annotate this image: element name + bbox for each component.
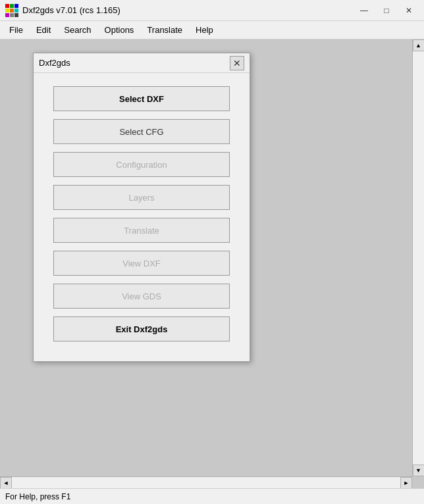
dialog-close-button[interactable]: ✕ — [230, 56, 244, 70]
select-cfg-button[interactable]: Select CFG — [53, 119, 230, 144]
maximize-button[interactable]: □ — [377, 4, 396, 17]
svg-rect-0 — [5, 4, 9, 8]
svg-rect-5 — [14, 9, 18, 13]
minimize-button[interactable]: — — [354, 4, 374, 17]
scroll-up-button[interactable]: ▲ — [413, 39, 425, 51]
menu-bar: File Edit Search Options Translate Help — [0, 21, 424, 39]
svg-rect-3 — [5, 9, 9, 13]
title-bar: Dxf2gds v7.01 (rcs 1.165) — □ ✕ — [0, 0, 424, 21]
horizontal-scrollbar[interactable]: ◄ ► — [0, 476, 412, 488]
menu-options[interactable]: Options — [98, 22, 141, 38]
svg-rect-1 — [10, 4, 14, 8]
dialog-title-bar: Dxf2gds ✕ — [34, 53, 250, 73]
dialog-title: Dxf2gds — [39, 58, 230, 68]
svg-rect-6 — [5, 13, 9, 17]
scroll-track-horizontal — [12, 477, 400, 488]
vertical-scrollbar[interactable]: ▲ ▼ — [412, 39, 424, 476]
menu-file[interactable]: File — [3, 22, 30, 38]
svg-rect-2 — [14, 4, 18, 8]
main-content: ▲ ▼ ◄ ► Dxf2gds ✕ Select DXF Select CFG … — [0, 39, 424, 488]
scroll-down-button[interactable]: ▼ — [413, 465, 425, 476]
exit-button[interactable]: Exit Dxf2gds — [53, 316, 230, 341]
menu-edit[interactable]: Edit — [30, 22, 57, 38]
window-controls: — □ ✕ — [354, 4, 419, 17]
status-bar: For Help, press F1 — [0, 488, 424, 504]
view-gds-button[interactable]: View GDS — [53, 284, 230, 309]
menu-help[interactable]: Help — [189, 22, 220, 38]
window-close-button[interactable]: ✕ — [399, 4, 419, 17]
status-text: For Help, press F1 — [5, 492, 70, 501]
view-dxf-button[interactable]: View DXF — [53, 251, 230, 276]
dialog-dxf2gds: Dxf2gds ✕ Select DXF Select CFG Configur… — [33, 53, 250, 362]
svg-rect-8 — [14, 13, 18, 17]
app-title: Dxf2gds v7.01 (rcs 1.165) — [22, 5, 354, 15]
layers-button[interactable]: Layers — [53, 185, 230, 210]
scroll-track-vertical — [413, 51, 424, 465]
select-dxf-button[interactable]: Select DXF — [53, 86, 230, 111]
scroll-right-button[interactable]: ► — [400, 477, 412, 489]
translate-button[interactable]: Translate — [53, 218, 230, 243]
menu-translate[interactable]: Translate — [140, 22, 189, 38]
svg-rect-7 — [10, 13, 14, 17]
menu-search[interactable]: Search — [57, 22, 97, 38]
app-icon — [5, 4, 18, 17]
configuration-button[interactable]: Configuration — [53, 152, 230, 177]
dialog-body: Select DXF Select CFG Configuration Laye… — [34, 73, 250, 361]
scroll-left-button[interactable]: ◄ — [0, 477, 12, 489]
svg-rect-4 — [10, 9, 14, 13]
